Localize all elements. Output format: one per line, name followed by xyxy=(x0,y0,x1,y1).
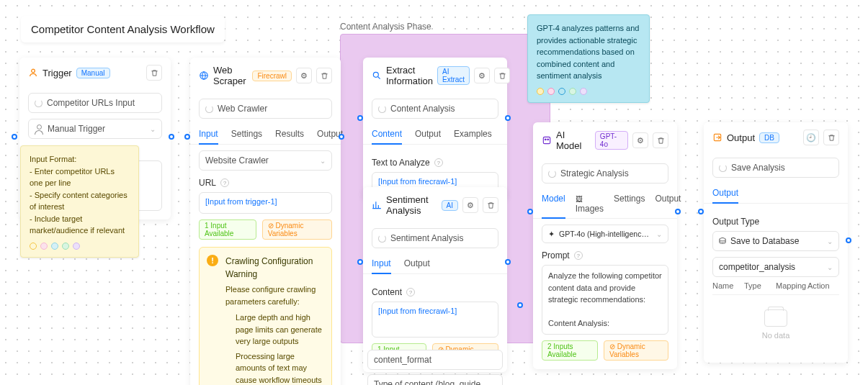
magnifier-icon xyxy=(372,71,382,81)
scraper-tabs[interactable]: Input Settings Results Output xyxy=(190,124,341,145)
prompt-label: Prompt? xyxy=(542,250,668,261)
tab-settings[interactable]: Settings xyxy=(614,189,645,218)
tab-output[interactable]: Output xyxy=(712,184,738,204)
loading-icon xyxy=(548,170,556,178)
port-out[interactable] xyxy=(169,134,174,140)
sticky-color-dots[interactable] xyxy=(537,88,640,95)
badge-firecrawl: Firecrawl xyxy=(252,71,292,81)
output-tabs[interactable]: Output xyxy=(704,184,848,204)
loading-icon xyxy=(719,164,727,172)
port-out[interactable] xyxy=(505,115,511,121)
port-in[interactable] xyxy=(357,259,363,265)
warning-item: Large depth and high page limits can gen… xyxy=(236,312,324,348)
port[interactable] xyxy=(517,302,523,308)
port-out[interactable] xyxy=(12,134,17,140)
output-name-input[interactable]: Save Analysis xyxy=(712,158,839,178)
manual-trigger-select[interactable]: Manual Trigger ⌄ xyxy=(28,119,162,139)
chevron-down-icon: ⌄ xyxy=(656,230,662,238)
sticky-color-dots[interactable] xyxy=(30,243,130,250)
badge-db: DB xyxy=(759,132,779,143)
extract-name-input[interactable]: Content Analysis xyxy=(372,99,498,119)
field-name-input[interactable]: content_format xyxy=(367,350,503,370)
extract-tabs[interactable]: Content Output Examples xyxy=(363,124,507,145)
competitor-urls-input[interactable]: Competitor URLs Input xyxy=(28,93,162,113)
help-icon[interactable]: ? xyxy=(434,158,443,167)
chevron-down-icon: ⌄ xyxy=(827,237,833,245)
delete-button[interactable] xyxy=(494,68,510,83)
port-in[interactable] xyxy=(184,134,190,140)
delete-button[interactable] xyxy=(316,68,332,83)
warning-icon: ! xyxy=(207,255,218,266)
chevron-down-icon: ⌄ xyxy=(320,157,326,165)
sentiment-content-input[interactable]: [Input from firecrawl-1] xyxy=(372,302,498,338)
content-label: Content? xyxy=(372,287,498,297)
loading-icon xyxy=(378,105,386,113)
sticky-line: - Specify content categories of interest xyxy=(30,189,130,213)
dynamic-vars-pill[interactable]: ⊘ Dynamic Variables xyxy=(604,340,668,361)
crawler-mode-select[interactable]: Website Crawler ⌄ xyxy=(199,150,332,171)
tab-results[interactable]: Results xyxy=(275,124,304,144)
delete-button[interactable] xyxy=(823,130,839,145)
port-in[interactable] xyxy=(357,115,363,121)
node-ai-model[interactable]: AI Model GPT-4o ⚙ Strategic Analysis Mod… xyxy=(533,122,677,369)
port-out[interactable] xyxy=(505,259,511,265)
settings-button[interactable]: ⚙ xyxy=(632,132,648,148)
loading-icon xyxy=(378,235,386,243)
tab-content[interactable]: Content xyxy=(372,124,402,145)
settings-button[interactable]: ⚙ xyxy=(462,197,478,213)
person-icon xyxy=(28,68,38,78)
phase-label: Content Analysis Phase xyxy=(340,22,431,32)
tab-input[interactable]: Input xyxy=(372,254,391,274)
card-title: AI Model xyxy=(556,130,591,151)
model-select[interactable]: ✦ GPT-4o (High-intelligence flagship mod… xyxy=(542,225,668,243)
output-type-select[interactable]: ⛁ Save to Database ⌄ xyxy=(712,231,839,251)
table-select[interactable]: competitor_analysis ⌄ xyxy=(712,257,839,277)
svg-rect-3 xyxy=(543,137,550,143)
port-out[interactable] xyxy=(846,237,851,243)
crawler-name-input[interactable]: Web Crawler xyxy=(199,99,332,119)
prompt-textarea[interactable]: Analyze the following competitor content… xyxy=(542,265,668,335)
port-in[interactable] xyxy=(527,209,533,214)
port-out[interactable] xyxy=(675,209,681,214)
tab-input[interactable]: Input xyxy=(199,124,218,145)
field-desc-input[interactable]: Type of content (blog, guide, case study… xyxy=(367,374,503,385)
loading-icon xyxy=(205,105,213,113)
tab-settings[interactable]: Settings xyxy=(231,124,262,144)
node-web-scraper[interactable]: Web Scraper Firecrawl ⚙ Web Crawler Inpu… xyxy=(190,58,341,385)
help-icon[interactable]: ? xyxy=(574,251,583,260)
sticky-text: GPT-4 analyzes patterns and provides act… xyxy=(537,22,640,82)
port-out[interactable] xyxy=(339,134,344,140)
tab-model[interactable]: Model xyxy=(542,189,565,219)
card-title: Sentiment Analysis xyxy=(386,194,437,216)
settings-button[interactable]: ⚙ xyxy=(296,68,312,83)
url-input[interactable]: [Input from trigger-1] xyxy=(199,192,332,214)
delete-button[interactable] xyxy=(483,197,498,213)
delete-button[interactable] xyxy=(653,132,668,148)
svg-point-5 xyxy=(547,139,549,140)
tab-images[interactable]: 🖼 Images xyxy=(576,189,604,218)
delete-button[interactable] xyxy=(146,65,162,81)
history-button[interactable]: 🕘 xyxy=(803,130,819,145)
tab-output[interactable]: Output xyxy=(415,124,441,144)
output-type-label: Output Type xyxy=(712,217,839,227)
sentiment-tabs[interactable]: Input Output xyxy=(363,254,507,274)
sticky-note-blue[interactable]: GPT-4 analyzes patterns and provides act… xyxy=(527,14,650,103)
card-title: Web Scraper xyxy=(213,65,248,86)
node-extract-information[interactable]: Extract Information AI Extract ⚙ Content… xyxy=(363,58,507,199)
node-output[interactable]: Output DB 🕘 Save Analysis Output Output … xyxy=(704,122,848,363)
sticky-note-yellow[interactable]: Input Format: - Enter competitor URLs on… xyxy=(20,145,139,258)
settings-button[interactable]: ⚙ xyxy=(474,68,490,83)
dynamic-vars-pill[interactable]: ⊘ Dynamic Variables xyxy=(262,219,332,240)
card-title: Extract Information xyxy=(386,65,433,86)
tab-examples[interactable]: Examples xyxy=(454,124,492,144)
node-sentiment-analysis[interactable]: Sentiment Analysis AI ⚙ Sentiment Analys… xyxy=(363,187,507,372)
help-icon[interactable]: ? xyxy=(406,288,415,296)
ai-tabs[interactable]: Model 🖼 Images Settings Output xyxy=(533,189,677,219)
help-icon[interactable]: ? xyxy=(220,178,229,187)
sentiment-name-input[interactable]: Sentiment Analysis xyxy=(372,228,498,248)
tab-output[interactable]: Output xyxy=(404,254,430,273)
ai-name-input[interactable]: Strategic Analysis xyxy=(542,163,668,184)
no-data-placeholder: No data xyxy=(712,295,839,354)
port-in[interactable] xyxy=(698,209,704,214)
database-icon: ⛁ xyxy=(719,236,726,246)
